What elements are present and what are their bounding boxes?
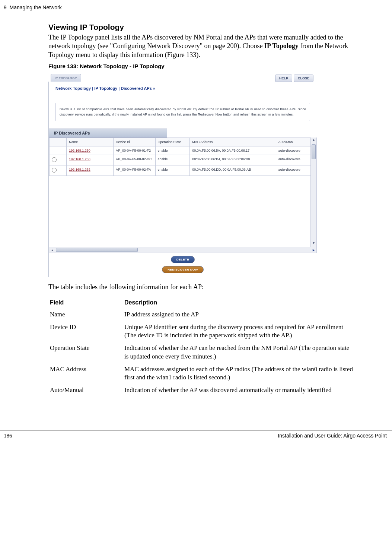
- field-description: Indication of whether the AP was discove…: [123, 384, 355, 397]
- tab-buttons: HELP CLOSE: [275, 75, 313, 82]
- row-auto: auto-discovere: [276, 155, 310, 165]
- field-name: Operation State: [48, 342, 123, 363]
- col-operation-state[interactable]: Operation State: [155, 138, 190, 146]
- scroll-down-icon[interactable]: ▾: [311, 241, 316, 247]
- row-op-state: enable: [155, 155, 190, 165]
- field-row: Auto/Manual Indication of whether the AP…: [48, 384, 355, 397]
- guide-title: Installation and User Guide: Airgo Acces…: [278, 433, 387, 439]
- row-device-id: AP_00-0A-F5-00-02-FA: [114, 165, 156, 176]
- section-header-bar: IP Discovered APs: [49, 129, 167, 138]
- intro-bold: IP Topology: [264, 42, 299, 50]
- field-description: MAC addresses assigned to each of the AP…: [123, 363, 355, 384]
- row-auto: auto-discovere: [276, 165, 310, 176]
- field-name: Device ID: [48, 321, 123, 342]
- scroll-left-icon[interactable]: ◂: [49, 247, 55, 253]
- table-row: 192.168.1.250 AP_00-0A-F5-00-01-F2 enabl…: [50, 146, 311, 155]
- row-radio[interactable]: [52, 157, 57, 162]
- field-description: Indication of whether the AP can be reac…: [123, 342, 355, 363]
- description-header: Description: [123, 297, 355, 308]
- field-header: Field: [48, 297, 123, 308]
- page-header: 9 Managing the Network: [0, 4, 392, 12]
- row-mac: 00:0A:F5:00:06:B4, 00:0A:F5:00:06:B0: [190, 155, 276, 165]
- page-number: 186: [4, 433, 12, 439]
- table-row: 192.168.1.253 AP_00-0A-F5-00-02-DC enabl…: [50, 155, 311, 165]
- chapter-title: Managing the Network: [10, 4, 62, 10]
- screenshot-figure: IP TOPOLOGY HELP CLOSE Network Topology …: [48, 72, 317, 277]
- field-name: MAC Address: [48, 363, 123, 384]
- action-row-2: REDISCOVER NOW: [49, 265, 317, 277]
- field-row: MAC Address MAC addresses assigned to ea…: [48, 363, 355, 384]
- vertical-scrollbar[interactable]: ▴ ▾: [310, 138, 316, 247]
- field-row: Operation State Indication of whether th…: [48, 342, 355, 363]
- field-desc-header: Field Description: [48, 297, 355, 308]
- row-mac: 00:0A:F5:00:06:5A, 00:0A:F5:00:06:17: [190, 146, 276, 155]
- col-select: [50, 138, 67, 146]
- row-device-id: AP_00-0A-F5-00-02-DC: [114, 155, 156, 165]
- row-radio[interactable]: [52, 168, 57, 173]
- row-name: 192.168.1.252: [67, 165, 114, 176]
- row-select[interactable]: [50, 165, 67, 176]
- page-footer: 186 Installation and User Guide: Airgo A…: [0, 430, 392, 439]
- rediscover-button[interactable]: REDISCOVER NOW: [162, 266, 204, 273]
- table-header-row: Name Device Id Operation State MAC Addre…: [50, 138, 311, 146]
- row-mac: 00:0A:F5:00:06:DD, 00:0A:F5:00:06:AB: [190, 165, 276, 176]
- ap-link[interactable]: 192.168.1.250: [69, 149, 90, 152]
- delete-button[interactable]: DELETE: [171, 256, 195, 263]
- table-intro: The table includes the following informa…: [48, 283, 355, 291]
- scroll-up-icon[interactable]: ▴: [311, 138, 316, 143]
- action-row: DELETE: [49, 253, 317, 265]
- discovered-aps-table: Name Device Id Operation State MAC Addre…: [49, 138, 310, 176]
- horizontal-scrollbar[interactable]: ◂ ▸: [49, 247, 316, 253]
- help-button[interactable]: HELP: [275, 75, 292, 82]
- col-name[interactable]: Name: [67, 138, 114, 146]
- field-name: Name: [48, 308, 123, 321]
- col-device-id[interactable]: Device Id: [114, 138, 156, 146]
- row-name: 192.168.1.253: [67, 155, 114, 165]
- row-op-state: enable: [155, 165, 190, 176]
- row-select: [50, 146, 67, 155]
- col-auto-manual[interactable]: Auto/Man: [276, 138, 310, 146]
- section-title: Viewing IP Topology: [48, 23, 355, 32]
- field-description: IP address assigned to the AP: [123, 308, 355, 321]
- intro-paragraph: The IP Topology panel lists all the APs …: [48, 33, 355, 59]
- table-scroll-area: Name Device Id Operation State MAC Addre…: [49, 138, 310, 247]
- table-viewport: Name Device Id Operation State MAC Addre…: [49, 138, 317, 253]
- help-box: Below is a list of compatible APs that h…: [55, 103, 310, 121]
- chapter-number: 9: [4, 4, 7, 10]
- ap-link[interactable]: 192.168.1.252: [69, 168, 90, 171]
- scroll-right-icon[interactable]: ▸: [310, 247, 316, 253]
- field-row: Name IP address assigned to the AP: [48, 308, 355, 321]
- table-row: 192.168.1.252 AP_00-0A-F5-00-02-FA enabl…: [50, 165, 311, 176]
- breadcrumb: Network Topology | IP Topology | Discove…: [49, 82, 317, 96]
- tab-strip: IP TOPOLOGY HELP CLOSE: [48, 72, 317, 82]
- field-description: Unique AP identifier sent during the dis…: [123, 321, 355, 342]
- tab-ip-topology[interactable]: IP TOPOLOGY: [51, 74, 81, 82]
- figure-caption: Figure 133: Network Topology - IP Topolo…: [48, 63, 355, 69]
- hscroll-thumb[interactable]: [56, 248, 138, 252]
- field-description-table: Field Description Name IP address assign…: [48, 297, 355, 397]
- ap-link[interactable]: 192.168.1.253: [69, 157, 90, 161]
- row-device-id: AP_00-0A-F5-00-01-F2: [114, 146, 156, 155]
- panel-body: Network Topology | IP Topology | Discove…: [48, 82, 317, 277]
- chapter-label: 9 Managing the Network: [4, 4, 62, 10]
- row-select[interactable]: [50, 155, 67, 165]
- row-name: 192.168.1.250: [67, 146, 114, 155]
- row-op-state: enable: [155, 146, 190, 155]
- field-row: Device ID Unique AP identifier sent duri…: [48, 321, 355, 342]
- page-content: Viewing IP Topology The IP Topology pane…: [0, 23, 392, 397]
- col-mac-address[interactable]: MAC Address: [190, 138, 276, 146]
- row-auto: auto-discovere: [276, 146, 310, 155]
- vscroll-thumb[interactable]: [312, 144, 316, 159]
- close-button[interactable]: CLOSE: [294, 75, 313, 82]
- header-spacer: [372, 4, 387, 10]
- field-name: Auto/Manual: [48, 384, 123, 397]
